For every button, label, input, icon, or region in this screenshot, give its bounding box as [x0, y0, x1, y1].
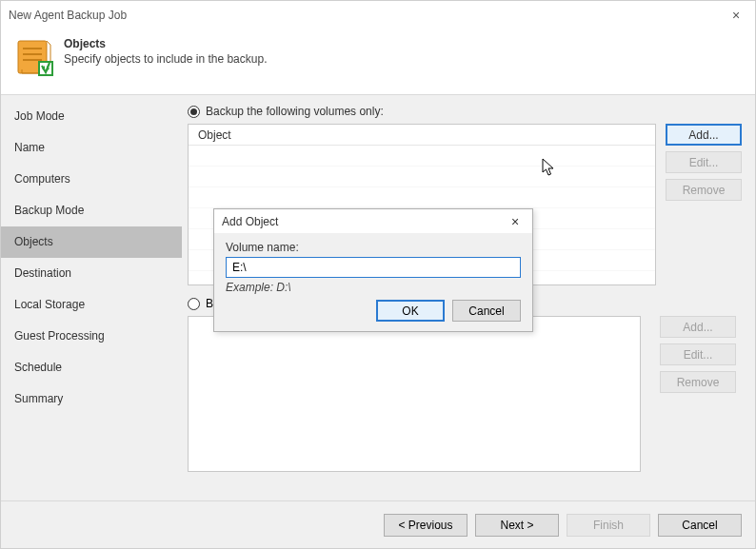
step-local-storage[interactable]: Local Storage — [1, 289, 182, 321]
edit2-button: Edit... — [660, 343, 736, 365]
wizard-header: Objects Specify objects to include in th… — [1, 29, 755, 95]
dialog-titlebar: Add Object × — [214, 209, 532, 233]
wizard-steps: Job Mode Name Computers Backup Mode Obje… — [1, 95, 182, 500]
second-list[interactable] — [188, 316, 641, 472]
step-summary[interactable]: Summary — [1, 383, 182, 415]
step-job-mode[interactable]: Job Mode — [1, 101, 182, 132]
example-text: Example: D:\ — [226, 281, 521, 294]
edit-button: Edit... — [666, 151, 742, 173]
dialog-close-icon[interactable]: × — [506, 214, 525, 229]
objects-icon — [14, 37, 54, 77]
wizard-footer: < Previous Next > Finish Cancel — [1, 500, 755, 548]
ok-button[interactable]: OK — [376, 300, 445, 322]
radio-volumes-label: Backup the following volumes only: — [206, 105, 384, 118]
column-header-object[interactable]: Object — [189, 125, 655, 146]
dialog-title: Add Object — [222, 215, 506, 228]
add-object-dialog: Add Object × Volume name: Example: D:\ O… — [213, 208, 533, 332]
window-title: New Agent Backup Job — [9, 9, 725, 22]
cancel-button[interactable]: Cancel — [658, 514, 742, 537]
step-backup-mode[interactable]: Backup Mode — [1, 195, 182, 226]
volume-name-label: Volume name: — [226, 241, 521, 254]
step-objects[interactable]: Objects — [1, 226, 182, 258]
remove2-button: Remove — [660, 371, 736, 393]
step-computers[interactable]: Computers — [1, 164, 182, 195]
remove-button: Remove — [666, 179, 742, 201]
titlebar: New Agent Backup Job × — [1, 1, 755, 29]
step-destination[interactable]: Destination — [1, 258, 182, 289]
previous-button[interactable]: < Previous — [384, 514, 468, 537]
finish-button: Finish — [567, 514, 650, 537]
dialog-cancel-button[interactable]: Cancel — [452, 300, 521, 322]
step-guest-processing[interactable]: Guest Processing — [1, 321, 182, 352]
radio-icon — [188, 298, 200, 310]
step-schedule[interactable]: Schedule — [1, 352, 182, 383]
add-button[interactable]: Add... — [666, 124, 742, 146]
add2-button: Add... — [660, 316, 736, 338]
radio-second-label: B — [206, 297, 213, 310]
radio-icon — [188, 106, 200, 118]
next-button[interactable]: Next > — [475, 514, 559, 537]
step-name[interactable]: Name — [1, 132, 182, 164]
page-subtitle: Specify objects to include in the backup… — [64, 52, 267, 66]
radio-volumes-only[interactable]: Backup the following volumes only: — [188, 105, 742, 118]
page-title: Objects — [64, 37, 267, 50]
volume-name-input[interactable] — [226, 257, 521, 278]
close-icon[interactable]: × — [725, 8, 747, 23]
